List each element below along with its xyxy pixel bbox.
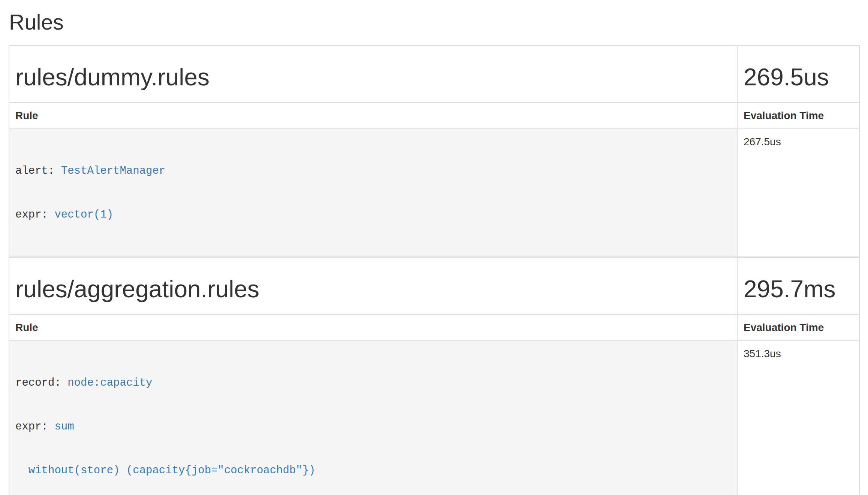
record-name-link[interactable]: node:capacity <box>67 377 152 389</box>
rules-page: Rules rules/dummy.rules 269.5us Rule Eva… <box>0 0 868 495</box>
rule-expression-link[interactable]: sum <box>54 420 74 433</box>
rule-code-line: record:node:capacity <box>15 376 731 390</box>
rule-code-line: alert:TestAlertManager <box>15 164 731 178</box>
column-header-row: Rule Evaluation Time <box>9 103 859 129</box>
rule-keyword: expr: <box>15 209 48 221</box>
evaluation-time-column-header: Evaluation Time <box>737 103 859 129</box>
rule-row: record:node:capacity expr:sum without(st… <box>9 341 859 495</box>
rule-group-table-dummy: rules/dummy.rules 269.5us Rule Evaluatio… <box>9 45 860 257</box>
rule-row: alert:TestAlertManager expr:vector(1) 26… <box>9 129 859 257</box>
evaluation-time-column-header: Evaluation Time <box>737 315 859 341</box>
rule-code-line: without(store) (capacity{job="cockroachd… <box>15 463 731 478</box>
rule-group-name: rules/aggregation.rules <box>15 276 731 302</box>
rule-group-name-cell: rules/dummy.rules <box>9 46 737 103</box>
rule-column-header: Rule <box>9 315 737 341</box>
evaluation-time-cell: 351.3us <box>737 341 859 495</box>
rule-group-header-row: rules/dummy.rules 269.5us <box>9 46 859 103</box>
evaluation-time-cell: 267.5us <box>737 129 859 257</box>
rule-group-name: rules/dummy.rules <box>15 64 731 90</box>
rule-group-evaluation-time: 295.7ms <box>744 276 853 302</box>
rule-code-line: expr:vector(1) <box>15 207 731 222</box>
rule-keyword: record: <box>15 377 61 389</box>
rule-keyword: alert: <box>15 165 54 177</box>
rule-code-line: expr:sum <box>15 419 731 434</box>
rule-expression-link[interactable]: without(store) (capacity{job="cockroachd… <box>28 464 316 477</box>
rule-cell: alert:TestAlertManager expr:vector(1) <box>9 129 737 257</box>
rule-group-time-cell: 295.7ms <box>737 258 859 315</box>
rule-group-table-aggregation: rules/aggregation.rules 295.7ms Rule Eva… <box>9 257 860 495</box>
rule-column-header: Rule <box>9 103 737 129</box>
rule-group-evaluation-time: 269.5us <box>744 64 853 90</box>
rule-expression-link[interactable]: vector(1) <box>54 209 113 221</box>
rule-cell: record:node:capacity expr:sum without(st… <box>9 341 737 495</box>
page-title: Rules <box>9 10 859 34</box>
rule-keyword: expr: <box>15 420 48 433</box>
alert-name-link[interactable]: TestAlertManager <box>61 165 165 177</box>
rule-group-header-row: rules/aggregation.rules 295.7ms <box>9 258 859 315</box>
rule-group-time-cell: 269.5us <box>737 46 859 103</box>
column-header-row: Rule Evaluation Time <box>9 315 859 341</box>
rule-group-name-cell: rules/aggregation.rules <box>9 258 737 315</box>
